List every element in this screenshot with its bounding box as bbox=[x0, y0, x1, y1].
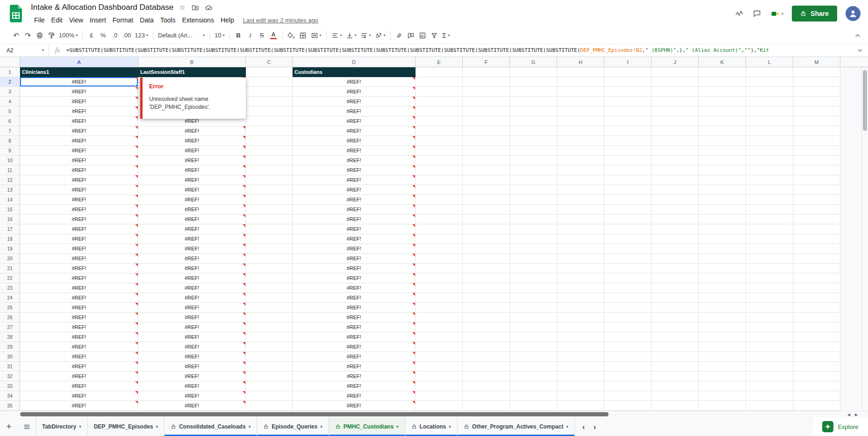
cell-D27[interactable]: #REF! bbox=[293, 322, 416, 332]
cell-I14[interactable] bbox=[604, 195, 652, 205]
cell-H19[interactable] bbox=[557, 244, 604, 254]
menu-help[interactable]: Help bbox=[217, 15, 237, 25]
activity-icon[interactable] bbox=[735, 9, 744, 18]
cell-E4[interactable] bbox=[416, 97, 463, 107]
cell-F27[interactable] bbox=[463, 322, 510, 332]
cell-F7[interactable] bbox=[463, 126, 510, 136]
star-icon[interactable]: ☆ bbox=[179, 3, 185, 12]
cell-M28[interactable] bbox=[793, 332, 840, 342]
cell-H20[interactable] bbox=[557, 254, 604, 264]
cell-C9[interactable] bbox=[246, 146, 293, 156]
cell-D10[interactable]: #REF! bbox=[293, 156, 416, 165]
cell-G17[interactable] bbox=[510, 224, 557, 234]
cell-K22[interactable] bbox=[699, 273, 746, 283]
cell-D24[interactable]: #REF! bbox=[293, 293, 416, 303]
row-header-14[interactable]: 14 bbox=[0, 195, 20, 205]
cell-H6[interactable] bbox=[557, 116, 604, 126]
move-folder-icon[interactable] bbox=[191, 4, 199, 11]
cell-J25[interactable] bbox=[652, 303, 699, 313]
cell-G27[interactable] bbox=[510, 322, 557, 332]
cell-I29[interactable] bbox=[604, 342, 652, 352]
cell-G5[interactable] bbox=[510, 107, 557, 116]
cell-B18[interactable]: #REF! bbox=[138, 234, 246, 244]
cell-E31[interactable] bbox=[416, 362, 463, 372]
cell-L23[interactable] bbox=[746, 283, 793, 293]
column-header-E[interactable]: E bbox=[416, 57, 463, 67]
cell-G21[interactable] bbox=[510, 264, 557, 273]
row-header-8[interactable]: 8 bbox=[0, 136, 20, 146]
menu-format[interactable]: Format bbox=[109, 15, 136, 25]
cell-E16[interactable] bbox=[416, 214, 463, 224]
cell-F11[interactable] bbox=[463, 165, 510, 175]
cell-F30[interactable] bbox=[463, 352, 510, 362]
cell-K6[interactable] bbox=[699, 116, 746, 126]
column-header-H[interactable]: H bbox=[557, 57, 604, 67]
sheet-tab-pmhc_custodians[interactable]: PMHC_Custodians▾ bbox=[329, 417, 405, 436]
cell-D3[interactable]: #REF! bbox=[293, 87, 416, 97]
cell-G33[interactable] bbox=[510, 381, 557, 391]
cell-I32[interactable] bbox=[604, 372, 652, 381]
cell-B10[interactable]: #REF! bbox=[138, 156, 246, 165]
cell-C35[interactable] bbox=[246, 401, 293, 411]
cell-L30[interactable] bbox=[746, 352, 793, 362]
cell-L25[interactable] bbox=[746, 303, 793, 313]
cell-H26[interactable] bbox=[557, 313, 604, 322]
cell-C15[interactable] bbox=[246, 205, 293, 214]
cell-I22[interactable] bbox=[604, 273, 652, 283]
cell-A32[interactable]: #REF! bbox=[20, 372, 138, 381]
cell-A5[interactable]: #REF! bbox=[20, 107, 138, 116]
cell-F1[interactable] bbox=[463, 67, 510, 77]
cell-D16[interactable]: #REF! bbox=[293, 214, 416, 224]
cell-K7[interactable] bbox=[699, 126, 746, 136]
cell-H16[interactable] bbox=[557, 214, 604, 224]
cell-J33[interactable] bbox=[652, 381, 699, 391]
cell-I21[interactable] bbox=[604, 264, 652, 273]
cell-D8[interactable]: #REF! bbox=[293, 136, 416, 146]
cell-H5[interactable] bbox=[557, 107, 604, 116]
menu-insert[interactable]: Insert bbox=[86, 15, 109, 25]
cell-J7[interactable] bbox=[652, 126, 699, 136]
cell-F29[interactable] bbox=[463, 342, 510, 352]
cell-L35[interactable] bbox=[746, 401, 793, 411]
row-header-2[interactable]: 2 bbox=[0, 77, 20, 87]
cell-K31[interactable] bbox=[699, 362, 746, 372]
cell-G25[interactable] bbox=[510, 303, 557, 313]
cell-H2[interactable] bbox=[557, 77, 604, 87]
cell-C11[interactable] bbox=[246, 165, 293, 175]
user-avatar[interactable] bbox=[846, 6, 861, 21]
row-header-1[interactable]: 1 bbox=[0, 67, 20, 77]
cell-E3[interactable] bbox=[416, 87, 463, 97]
cell-E34[interactable] bbox=[416, 391, 463, 401]
cell-K9[interactable] bbox=[699, 146, 746, 156]
menu-tools[interactable]: Tools bbox=[157, 15, 179, 25]
cell-H7[interactable] bbox=[557, 126, 604, 136]
cell-B13[interactable]: #REF! bbox=[138, 185, 246, 195]
cell-E27[interactable] bbox=[416, 322, 463, 332]
cell-M27[interactable] bbox=[793, 322, 840, 332]
name-box[interactable]: A2 ▾ bbox=[0, 44, 49, 57]
add-sheet-button[interactable]: + bbox=[0, 417, 18, 436]
cell-D29[interactable]: #REF! bbox=[293, 342, 416, 352]
row-header-26[interactable]: 26 bbox=[0, 313, 20, 322]
cell-L33[interactable] bbox=[746, 381, 793, 391]
cell-M29[interactable] bbox=[793, 342, 840, 352]
cell-C20[interactable] bbox=[246, 254, 293, 264]
cell-J20[interactable] bbox=[652, 254, 699, 264]
cell-A17[interactable]: #REF! bbox=[20, 224, 138, 234]
cell-M17[interactable] bbox=[793, 224, 840, 234]
row-header-30[interactable]: 30 bbox=[0, 352, 20, 362]
row-header-28[interactable]: 28 bbox=[0, 332, 20, 342]
meet-icon[interactable]: ▾ bbox=[770, 10, 783, 18]
cell-H28[interactable] bbox=[557, 332, 604, 342]
cell-L13[interactable] bbox=[746, 185, 793, 195]
cell-J30[interactable] bbox=[652, 352, 699, 362]
cell-E25[interactable] bbox=[416, 303, 463, 313]
cell-J5[interactable] bbox=[652, 107, 699, 116]
share-button[interactable]: Share bbox=[792, 6, 837, 21]
zoom-select[interactable]: 100%▾ bbox=[57, 29, 79, 42]
cell-C25[interactable] bbox=[246, 303, 293, 313]
cell-A24[interactable]: #REF! bbox=[20, 293, 138, 303]
cell-C28[interactable] bbox=[246, 332, 293, 342]
menu-edit[interactable]: Edit bbox=[48, 15, 66, 25]
cell-H31[interactable] bbox=[557, 362, 604, 372]
